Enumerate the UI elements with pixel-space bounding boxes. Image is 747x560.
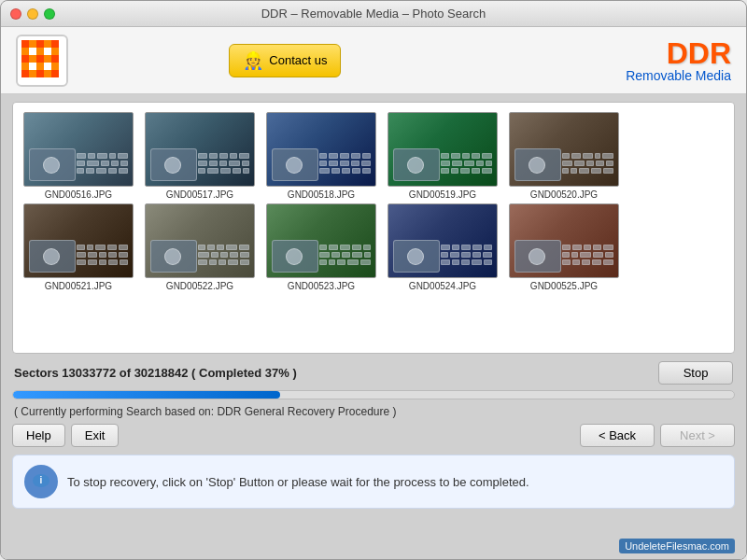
svg-rect-6 (21, 48, 29, 55)
svg-rect-12 (29, 55, 36, 63)
photo-item[interactable]: GND00523.JPG (265, 203, 377, 291)
svg-rect-19 (44, 63, 51, 70)
info-message: i To stop recovery, click on 'Stop' Butt… (12, 455, 735, 509)
window-title: DDR – Removable Media – Photo Search (261, 7, 486, 21)
brand-subtitle: Removable Media (626, 68, 731, 83)
photo-label: GND00521.JPG (45, 281, 112, 291)
titlebar: DDR – Removable Media – Photo Search (1, 1, 746, 27)
sectors-status: Sectors 13033772 of 30218842 ( Completed… (14, 366, 658, 380)
back-button[interactable]: < Back (580, 424, 655, 447)
exit-button[interactable]: Exit (71, 424, 120, 447)
progress-fill (13, 391, 280, 399)
photo-label: GND00518.JPG (288, 189, 355, 200)
contact-icon: 👷 (243, 50, 263, 71)
brand: DDR Removable Media (626, 38, 731, 83)
photo-row-1: GND00516.JPGGND00517.JPGGND00518.JPGGND0… (22, 112, 725, 200)
svg-rect-5 (51, 40, 59, 48)
svg-rect-11 (21, 55, 29, 63)
titlebar-buttons (10, 8, 55, 20)
photo-item[interactable]: GND00517.JPG (144, 112, 256, 200)
svg-rect-25 (51, 70, 59, 77)
svg-rect-21 (21, 70, 29, 77)
photo-item[interactable]: GND00519.JPG (387, 112, 499, 200)
photo-item[interactable]: GND00524.JPG (387, 203, 499, 291)
svg-rect-9 (44, 48, 51, 55)
photo-label: GND00525.JPG (530, 281, 598, 291)
status-bar: Sectors 13033772 of 30218842 ( Completed… (12, 361, 735, 385)
photo-label: GND00522.JPG (166, 281, 233, 291)
main-content: GND00516.JPGGND00517.JPGGND00518.JPGGND0… (1, 94, 746, 560)
logo-icon (21, 40, 63, 81)
photo-item[interactable]: GND00521.JPG (22, 203, 134, 291)
svg-rect-10 (51, 48, 59, 55)
watermark: UndeleteFilesmac.com (619, 539, 735, 553)
navigation-row: Help Exit < Back Next > (12, 424, 735, 447)
photo-item[interactable]: GND00520.JPG (508, 112, 620, 200)
photo-label: GND00516.JPG (45, 189, 112, 200)
svg-rect-13 (36, 55, 44, 63)
svg-rect-22 (29, 70, 36, 77)
progress-track (12, 390, 735, 399)
photo-item[interactable]: GND00522.JPG (144, 203, 256, 291)
svg-rect-3 (36, 40, 44, 48)
svg-rect-8 (36, 48, 44, 55)
svg-rect-15 (51, 55, 59, 63)
svg-rect-1 (21, 40, 29, 48)
svg-rect-17 (29, 63, 36, 70)
photo-item[interactable]: GND00518.JPG (265, 112, 377, 200)
contact-button[interactable]: 👷 Contact us (229, 44, 341, 77)
svg-rect-7 (29, 48, 36, 55)
brand-title: DDR (626, 38, 731, 68)
close-button[interactable] (10, 8, 21, 20)
photo-label: GND00520.JPG (530, 189, 598, 200)
info-text: ( Currently performing Search based on: … (12, 405, 735, 418)
app-logo (16, 35, 68, 87)
svg-rect-16 (21, 63, 29, 70)
photo-grid: GND00516.JPGGND00517.JPGGND00518.JPGGND0… (12, 102, 735, 354)
chat-icon: i (31, 471, 51, 492)
photo-label: GND00523.JPG (288, 281, 355, 291)
svg-rect-24 (44, 70, 51, 77)
stop-button[interactable]: Stop (658, 361, 733, 385)
photo-label: GND00524.JPG (409, 281, 476, 291)
maximize-button[interactable] (44, 8, 55, 20)
photo-label: GND00519.JPG (409, 189, 476, 200)
message-icon: i (24, 465, 58, 498)
progress-bar-container (12, 390, 735, 399)
svg-rect-23 (36, 70, 44, 77)
photo-item[interactable]: GND00525.JPG (508, 203, 620, 291)
header: 👷 Contact us DDR Removable Media (1, 27, 746, 94)
photo-row-2: GND00521.JPGGND00522.JPGGND00523.JPGGND0… (22, 203, 725, 291)
svg-rect-18 (36, 63, 44, 70)
photo-item[interactable]: GND00516.JPG (22, 112, 134, 200)
minimize-button[interactable] (27, 8, 38, 20)
photo-label: GND00517.JPG (166, 189, 233, 200)
svg-rect-14 (44, 55, 51, 63)
help-button[interactable]: Help (12, 424, 65, 447)
svg-rect-2 (29, 40, 36, 48)
contact-button-label: Contact us (269, 53, 327, 67)
message-text: To stop recovery, click on 'Stop' Button… (67, 475, 529, 489)
svg-rect-4 (44, 40, 51, 48)
next-button[interactable]: Next > (660, 424, 735, 447)
svg-text:i: i (40, 475, 43, 485)
svg-rect-20 (51, 63, 59, 70)
